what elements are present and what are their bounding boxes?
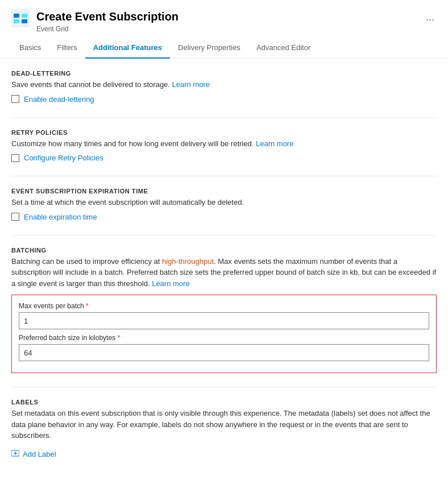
retry-policies-desc-text: Customize how many times and for how lon… bbox=[11, 139, 254, 148]
expiration-checkbox-row: Enable expiration time bbox=[11, 213, 437, 221]
batch-size-input[interactable] bbox=[19, 344, 429, 361]
add-label-button[interactable]: Add Label bbox=[11, 447, 56, 461]
page-title: Create Event Subscription bbox=[36, 9, 417, 24]
expiration-section: EVENT SUBSCRIPTION EXPIRATION TIME Set a… bbox=[11, 188, 437, 221]
divider-4 bbox=[11, 387, 437, 387]
batching-desc-part1: Batching can be used to improve efficien… bbox=[11, 257, 162, 266]
svg-rect-3 bbox=[14, 19, 19, 23]
labels-title: LABELS bbox=[11, 399, 437, 406]
tab-additional-features[interactable]: Additional Features bbox=[85, 38, 170, 59]
max-events-field-group: Max events per batch * bbox=[19, 302, 429, 329]
page-header: Create Event Subscription Event Grid ··· bbox=[0, 0, 448, 33]
header-text-block: Create Event Subscription Event Grid bbox=[36, 9, 417, 33]
retry-policies-desc: Customize how many times and for how lon… bbox=[11, 138, 437, 150]
retry-policies-checkbox-row: Configure Retry Policies bbox=[11, 154, 437, 162]
dead-lettering-learn-more[interactable]: Learn more bbox=[172, 80, 210, 89]
page-subtitle: Event Grid bbox=[36, 25, 417, 33]
dead-lettering-desc-text: Save events that cannot be delivered to … bbox=[11, 80, 170, 89]
main-content: DEAD-LETTERING Save events that cannot b… bbox=[0, 59, 448, 486]
batch-size-required: * bbox=[117, 334, 120, 342]
expiration-checkbox[interactable] bbox=[11, 213, 19, 221]
tab-basics[interactable]: Basics bbox=[11, 38, 49, 59]
batching-learn-more[interactable]: Learn more bbox=[152, 279, 189, 288]
expiration-checkbox-label[interactable]: Enable expiration time bbox=[24, 213, 97, 221]
batching-desc-highlight: high-throughput bbox=[162, 257, 214, 266]
batch-size-field-group: Preferred batch size in kilobytes * bbox=[19, 334, 429, 361]
svg-rect-4 bbox=[22, 19, 27, 23]
add-label-icon bbox=[11, 449, 19, 459]
add-label-text: Add Label bbox=[23, 450, 56, 458]
max-events-required: * bbox=[86, 302, 89, 310]
max-events-label: Max events per batch * bbox=[19, 302, 429, 310]
batching-fields-box: Max events per batch * Preferred batch s… bbox=[11, 295, 437, 373]
dead-lettering-checkbox-row: Enable dead-lettering bbox=[11, 95, 437, 104]
retry-policies-section: RETRY POLICIES Customize how many times … bbox=[11, 129, 437, 163]
divider-2 bbox=[11, 176, 437, 176]
retry-policies-checkbox[interactable] bbox=[11, 154, 19, 162]
batch-size-label: Preferred batch size in kilobytes * bbox=[19, 334, 429, 342]
max-events-input[interactable] bbox=[19, 312, 429, 329]
navigation-tabs: Basics Filters Additional Features Deliv… bbox=[0, 38, 448, 59]
svg-rect-1 bbox=[14, 14, 19, 18]
labels-desc: Set metadata on this event subscription … bbox=[11, 408, 437, 441]
expiration-title: EVENT SUBSCRIPTION EXPIRATION TIME bbox=[11, 188, 437, 195]
divider-3 bbox=[11, 235, 437, 235]
retry-policies-title: RETRY POLICIES bbox=[11, 129, 437, 136]
svg-rect-2 bbox=[22, 14, 27, 18]
dead-lettering-title: DEAD-LETTERING bbox=[11, 70, 437, 77]
batching-desc: Batching can be used to improve efficien… bbox=[11, 256, 437, 290]
tab-advanced-editor[interactable]: Advanced Editor bbox=[248, 38, 318, 59]
dead-lettering-desc: Save events that cannot be delivered to … bbox=[11, 79, 437, 90]
batching-title: BATCHING bbox=[11, 247, 437, 254]
dead-lettering-section: DEAD-LETTERING Save events that cannot b… bbox=[11, 70, 437, 104]
dead-lettering-checkbox[interactable] bbox=[11, 95, 19, 103]
event-grid-icon bbox=[11, 9, 30, 27]
retry-policies-checkbox-label[interactable]: Configure Retry Policies bbox=[24, 154, 103, 162]
divider-1 bbox=[11, 117, 437, 118]
tab-delivery-properties[interactable]: Delivery Properties bbox=[170, 38, 248, 59]
more-options-icon[interactable]: ··· bbox=[424, 11, 437, 28]
retry-policies-learn-more[interactable]: Learn more bbox=[256, 139, 293, 148]
expiration-desc: Set a time at which the event subscripti… bbox=[11, 197, 437, 208]
labels-section: LABELS Set metadata on this event subscr… bbox=[11, 399, 437, 461]
batching-section: BATCHING Batching can be used to improve… bbox=[11, 247, 437, 374]
dead-lettering-checkbox-label[interactable]: Enable dead-lettering bbox=[24, 95, 94, 104]
svg-rect-0 bbox=[11, 9, 30, 27]
tab-filters[interactable]: Filters bbox=[49, 38, 85, 59]
